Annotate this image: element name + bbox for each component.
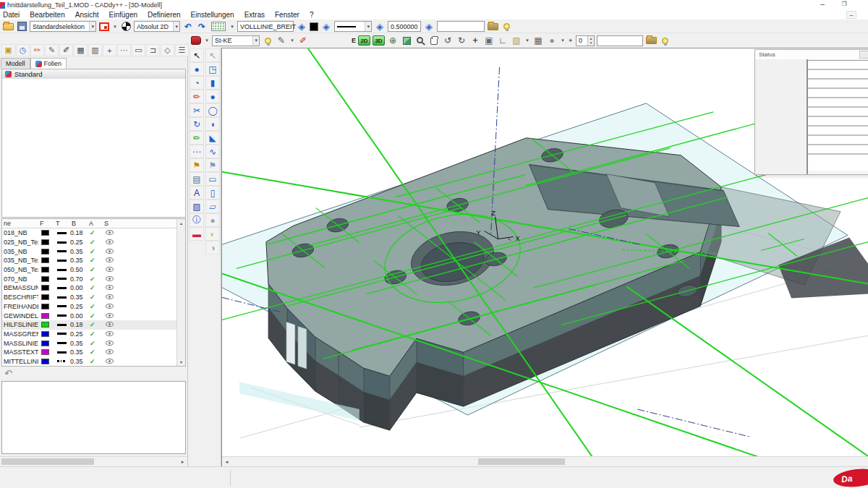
layer-color-swatch[interactable] [41,331,49,337]
eraser-icon[interactable]: ▬ [190,227,204,241]
layer-color-swatch[interactable] [41,267,49,273]
sphere-gray-icon[interactable]: ● [205,213,220,227]
layer-active-check-icon[interactable]: ✓ [88,239,103,246]
layer-active-check-icon[interactable]: ✓ [88,348,103,356]
layer-color-swatch[interactable] [41,313,49,319]
viewport-hscrollbar[interactable]: ◂ [222,456,868,466]
import-settings-button[interactable] [487,21,498,33]
child-minimize-button[interactable]: – [846,11,856,19]
linewidth-apply-button[interactable]: ◈ [423,21,435,33]
layer-active-check-icon[interactable]: ✓ [88,275,103,283]
scrollbar-thumb[interactable] [478,458,565,465]
layer-active-check-icon[interactable]: ✓ [88,284,103,291]
rotate-view-button[interactable]: ⊕ [387,35,399,46]
linewidth-field[interactable]: 0.500000 [388,21,421,32]
layer-active-check-icon[interactable]: ✓ [88,266,103,273]
scrollbar-thumb[interactable] [1,458,94,465]
chevron-down-icon[interactable]: ▾ [289,38,295,43]
menu-einfuegen[interactable]: Einfügen [104,11,142,19]
name-field[interactable] [437,21,485,32]
selection-mode-button[interactable] [98,21,110,33]
mini-undo-button[interactable]: ↶ [4,368,12,379]
scroll-right-icon[interactable]: ▸ [178,457,187,466]
light-button[interactable] [659,35,671,46]
pencil-red-icon[interactable]: ✏ [30,44,44,56]
sphere-icon[interactable]: ● [205,90,220,103]
layer-visible-eye-icon[interactable] [103,248,120,255]
layer-visible-eye-icon[interactable] [103,348,120,356]
select-arrow-icon[interactable]: ↖ [190,48,204,62]
layer-row[interactable]: 025_NB_Text0.25✓ [2,238,185,247]
new-layer-icon[interactable]: ▣ [1,44,15,56]
grid-button[interactable] [210,21,227,33]
rotate-ccw-button[interactable]: ↺ [442,35,454,46]
chevron-down-icon[interactable]: ▾ [560,38,566,43]
layer-active-check-icon[interactable]: ✓ [88,257,103,264]
pattern-button[interactable]: ▦ [532,35,544,46]
layer-color-swatch[interactable] [41,230,49,236]
linestyle-apply-button[interactable]: ◈ [374,21,386,33]
hatch-tile-icon[interactable]: ▨ [190,200,204,213]
lines-icon[interactable]: ▥ [88,44,102,56]
layer-row[interactable]: 035_NB_Text0.35✓ [2,256,185,265]
close-icon[interactable] [859,51,868,59]
isobox-icon[interactable]: ◇ [161,44,174,56]
layer-visible-eye-icon[interactable] [103,330,120,338]
layer-row[interactable]: BEMASSUN...0.00✓ [2,283,185,293]
layer-color-swatch[interactable] [41,322,49,328]
spinner-down-icon[interactable]: ▾ [588,40,594,46]
layer-visible-eye-icon[interactable] [103,229,120,236]
layer-color-swatch[interactable] [41,249,49,254]
layer-visible-eye-icon[interactable] [103,312,120,320]
box-icon[interactable]: ▭ [205,172,220,186]
rotate-icon[interactable]: ↻ [190,117,204,131]
layer-active-check-icon[interactable]: ✓ [88,358,103,365]
linestyle-combo[interactable]: ▾ [334,21,372,32]
menu-extras[interactable]: Extras [239,11,270,19]
layer-color-swatch[interactable] [41,285,49,291]
color-swatch[interactable] [310,22,318,31]
layer-row[interactable]: 018_NB0.18✓ [2,228,185,238]
measure-button[interactable]: ∟ [497,35,509,46]
pan-button[interactable] [428,35,440,46]
value-field[interactable] [597,35,643,46]
menu-help[interactable]: ? [305,11,319,19]
layer-row[interactable]: GEWINDELI...0.00✓ [2,311,185,320]
layer-visible-eye-icon[interactable] [103,321,120,328]
panel-hscrollbar[interactable]: ▸ [0,456,187,466]
edit-pointer-button[interactable]: ✎ [276,35,287,46]
layer-visible-eye-icon[interactable] [103,303,120,310]
linetype-field[interactable]: VOLLLINIE_BREIT [237,21,294,32]
chevron-down-icon[interactable]: ▾ [229,24,235,30]
torus-icon[interactable]: ◯ [205,103,220,117]
layer-color-swatch[interactable] [41,239,49,245]
layer-visible-eye-icon[interactable] [103,358,120,365]
flag-ruler-icon[interactable]: ⚑ [190,158,204,172]
layer-book-button[interactable] [190,35,202,46]
open-file-button[interactable] [2,21,14,33]
pencil-red-icon[interactable]: ✏ [190,90,204,103]
layer-active-check-icon[interactable]: ✓ [88,229,103,236]
chevron-down-icon[interactable]: ▾ [524,38,530,43]
layer-active-check-icon[interactable]: ✓ [88,294,103,301]
move-view-button[interactable]: + [469,35,481,46]
menu-ansicht[interactable]: Ansicht [70,11,104,19]
tab-modell[interactable]: Modell [1,58,30,69]
solid-view-button[interactable]: ▧ [511,35,522,46]
curve-icon[interactable]: ∿ [205,145,220,158]
arrow-white-icon[interactable]: ↖ [205,48,220,62]
chevron-down-icon[interactable]: ▾ [89,22,95,31]
zoom-window-button[interactable]: ▣ [483,35,495,46]
dashes-icon[interactable]: ⋯ [117,44,131,56]
save-button[interactable] [16,21,27,33]
layer-row[interactable]: BESCHRIFTU...0.35✓ [2,293,185,302]
cylinder-icon[interactable]: ▮ [205,76,220,90]
redo-button[interactable]: ↷ [196,21,208,33]
layer-visible-eye-icon[interactable] [103,266,120,273]
chevron-down-icon[interactable]: ▾ [173,22,179,31]
layer-color-swatch[interactable] [41,359,49,364]
layer-active-check-icon[interactable]: ✓ [88,330,103,338]
minimize-button[interactable]: – [813,0,832,9]
scroll-left-icon[interactable]: ◂ [222,457,231,466]
export-box-icon[interactable]: ▤ [190,172,204,186]
